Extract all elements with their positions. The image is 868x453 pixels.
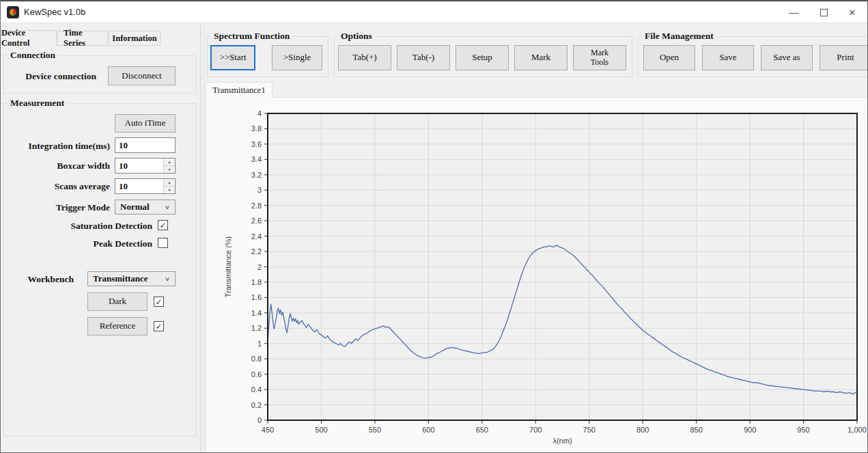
saturation-detection-checkbox[interactable]: ✓ (158, 220, 168, 230)
svg-text:450: 450 (262, 426, 274, 434)
svg-text:550: 550 (369, 426, 381, 434)
trigger-mode-value: Normal (120, 202, 150, 212)
svg-text:0.6: 0.6 (251, 370, 262, 379)
svg-text:2.6: 2.6 (251, 217, 262, 225)
panel-divider (200, 25, 201, 453)
minimize-button[interactable]: — (779, 1, 809, 23)
spectrum-function-title: Spectrum Function (211, 31, 292, 42)
svg-text:3.6: 3.6 (251, 140, 262, 148)
svg-text:0.8: 0.8 (251, 355, 262, 363)
svg-text:800: 800 (636, 426, 649, 434)
svg-text:0: 0 (257, 416, 262, 424)
maximize-button[interactable] (809, 1, 839, 23)
dark-checkbox[interactable]: ✓ (154, 297, 164, 307)
svg-text:600: 600 (422, 426, 434, 434)
chevron-down-icon: ∨ (165, 275, 170, 282)
trigger-mode-select[interactable]: Normal ∨ (115, 200, 176, 215)
svg-text:3.2: 3.2 (251, 171, 262, 179)
dark-button[interactable]: Dark (87, 292, 148, 311)
svg-text:2.8: 2.8 (251, 202, 262, 210)
reference-checkbox[interactable]: ✓ (154, 321, 164, 331)
svg-text:2: 2 (257, 263, 262, 271)
tab-information[interactable]: Information (109, 31, 160, 46)
title-bar: KewSpec v1.0b — ✕ (1, 1, 867, 23)
scans-average-spinner[interactable]: ▲ ▼ (115, 178, 176, 194)
spectrum-chart[interactable]: 4505005506006507007508008509009501,00000… (206, 98, 868, 453)
svg-text:850: 850 (690, 426, 702, 434)
peak-detection-checkbox[interactable] (158, 238, 168, 248)
save-button[interactable]: Save (702, 45, 754, 70)
svg-text:4: 4 (257, 109, 262, 118)
svg-text:1,000: 1,000 (848, 426, 867, 434)
chevron-down-icon: ∨ (165, 204, 170, 210)
reference-button[interactable]: Reference (87, 317, 148, 335)
svg-text:3: 3 (257, 186, 262, 194)
print-button[interactable]: Print (820, 45, 868, 70)
svg-text:1.4: 1.4 (251, 309, 262, 317)
tab-transmittance1[interactable]: Transmittance1 (206, 82, 272, 98)
workbench-value: Transmittance (93, 273, 148, 284)
workbench-label: Workbench (8, 274, 74, 285)
options-title: Options (338, 31, 375, 42)
app-icon (7, 6, 19, 18)
boxcar-width-spinner[interactable]: ▲ ▼ (115, 158, 176, 174)
svg-text:2.4: 2.4 (251, 232, 262, 241)
svg-text:700: 700 (529, 426, 542, 434)
tab-plus-button[interactable]: Tab(+) (338, 45, 391, 70)
measurement-group-title: Measurement (8, 98, 67, 109)
svg-text:3.4: 3.4 (251, 155, 262, 163)
scans-average-input[interactable] (115, 179, 163, 193)
trigger-mode-label: Trigger Mode (8, 202, 110, 213)
svg-text:1.2: 1.2 (251, 324, 262, 332)
disconnect-button[interactable]: Disconnect (108, 66, 176, 85)
integration-time-input[interactable] (115, 137, 176, 153)
svg-text:1: 1 (257, 340, 262, 348)
open-button[interactable]: Open (643, 45, 695, 70)
tab-minus-button[interactable]: Tab(-) (397, 45, 450, 70)
workbench-select[interactable]: Transmittance ∨ (87, 271, 176, 286)
panel-divider-2 (204, 25, 204, 453)
save-as-button[interactable]: Save as (761, 45, 813, 70)
svg-text:0.2: 0.2 (251, 401, 262, 409)
svg-text:900: 900 (744, 426, 756, 434)
connection-group-title: Connection (8, 50, 58, 61)
x-axis-label: λ(nm) (552, 437, 572, 445)
auto-itime-button[interactable]: Auto iTime (115, 114, 176, 133)
file-management-title: File Management (642, 31, 716, 42)
integration-time-label: Integration time(ms) (8, 141, 110, 152)
svg-text:0.4: 0.4 (251, 385, 262, 394)
mark-tools-button[interactable]: Mark Tools (573, 45, 626, 70)
tab-device-control[interactable]: Device Control (0, 30, 57, 46)
tab-time-series[interactable]: Time Series (57, 31, 108, 46)
boxcar-width-label: Boxcar width (8, 161, 110, 171)
spectrum-chart-panel: 4505005506006507007508008509009501,00000… (206, 97, 868, 453)
scans-average-label: Scans average (8, 181, 110, 192)
app-window: { "window": { "title": "KewSpec v1.0b" }… (0, 0, 868, 453)
spinner-up-icon[interactable]: ▲ (164, 159, 175, 166)
svg-text:950: 950 (797, 426, 809, 434)
mark-button[interactable]: Mark (514, 45, 568, 70)
measurement-group: Measurement (3, 103, 196, 437)
spinner-down-icon[interactable]: ▼ (164, 187, 175, 193)
svg-text:1.8: 1.8 (251, 278, 262, 286)
window-title: KewSpec v1.0b (24, 1, 85, 23)
maximize-icon (820, 9, 828, 16)
svg-text:1.6: 1.6 (251, 293, 262, 301)
spinner-up-icon[interactable]: ▲ (164, 179, 175, 187)
single-button[interactable]: >Single (272, 45, 322, 70)
minimize-icon: — (789, 7, 798, 18)
svg-text:750: 750 (583, 426, 596, 434)
close-icon: ✕ (849, 8, 856, 18)
peak-detection-label: Peak Detection (8, 238, 152, 249)
boxcar-width-input[interactable] (115, 159, 163, 173)
svg-text:2.2: 2.2 (251, 247, 262, 256)
svg-text:650: 650 (476, 426, 488, 434)
start-button[interactable]: >>Start (210, 45, 255, 70)
y-axis-label: Transmittance (%) (224, 236, 232, 297)
close-button[interactable]: ✕ (837, 1, 867, 23)
svg-text:3.8: 3.8 (251, 124, 262, 133)
saturation-detection-label: Saturation Detection (8, 221, 152, 232)
setup-button[interactable]: Setup (456, 45, 509, 70)
device-connection-label: Device connection (13, 71, 96, 82)
spinner-down-icon[interactable]: ▼ (164, 166, 175, 173)
